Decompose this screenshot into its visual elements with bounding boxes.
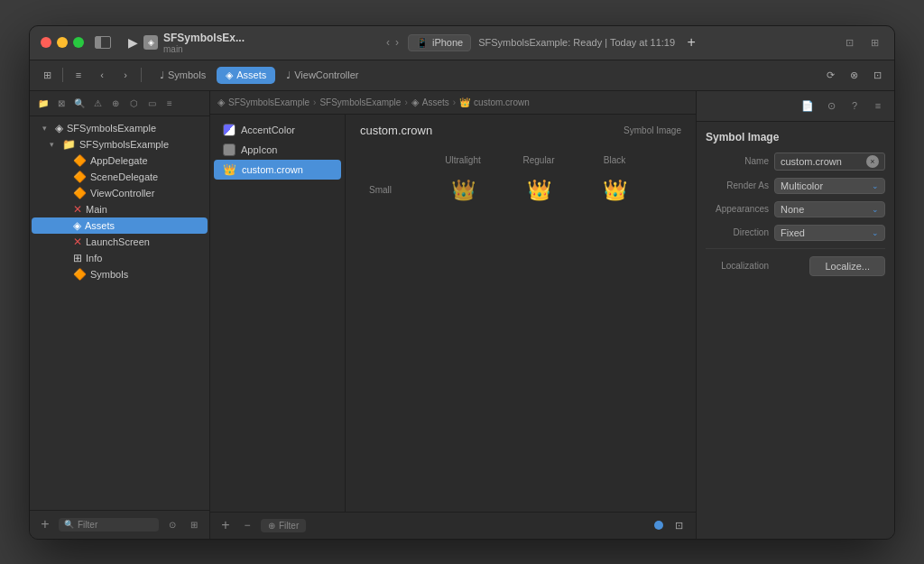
list-button[interactable]: ⊞ bbox=[186, 516, 202, 532]
symbol-cell-ultralight-small[interactable]: 👑 bbox=[427, 172, 499, 208]
tab-viewcontroller[interactable]: ♩ ViewController bbox=[277, 67, 367, 84]
inspector-appearances-row: Appearances None ⌄ bbox=[706, 201, 885, 217]
tab-assets-label: Assets bbox=[236, 69, 266, 80]
symbol-cell-regular-small[interactable]: 👑 bbox=[503, 172, 575, 208]
asset-view-title: custom.crown bbox=[360, 124, 432, 137]
sidebar-find-btn[interactable]: ⊠ bbox=[53, 95, 69, 111]
asset-area: ◈ SFSymbolsExample › SFSymbolsExample › … bbox=[210, 91, 696, 539]
breadcrumb-crown-icon: 👑 bbox=[459, 97, 470, 107]
sidebar-item-root[interactable]: ▾ ◈ SFSymbolsExample bbox=[32, 120, 208, 136]
toolbar-separator-2 bbox=[141, 68, 142, 82]
storyboard-icon-2: ✕ bbox=[73, 236, 82, 248]
asset-item-custom-crown[interactable]: 👑 custom.crown bbox=[214, 160, 341, 180]
sidebar-menu-btn[interactable]: ≡ bbox=[162, 95, 178, 111]
sidebar-item-launchscreen[interactable]: ▸ ✕ LaunchScreen bbox=[32, 234, 208, 250]
new-tab-button[interactable]: + bbox=[682, 33, 700, 51]
nav-back-button[interactable]: ‹ bbox=[384, 36, 392, 49]
inspector-file-btn[interactable]: 📄 bbox=[799, 97, 817, 115]
stop-button[interactable]: ⊗ bbox=[844, 65, 864, 85]
grid-view-button[interactable]: ⊞ bbox=[37, 65, 57, 85]
forward-button[interactable]: › bbox=[116, 65, 135, 85]
sidebar-merge-btn[interactable]: ⊕ bbox=[107, 95, 124, 111]
hierarchy-button[interactable]: ≡ bbox=[69, 65, 88, 85]
renderas-select[interactable]: Multicolor ⌄ bbox=[774, 178, 885, 194]
sidebar-root-label: SFSymbolsExample bbox=[67, 123, 156, 134]
sidebar-item-main[interactable]: ▸ ✕ Main bbox=[32, 201, 208, 217]
name-label: Name bbox=[706, 156, 769, 166]
asset-filter[interactable]: ⊕ Filter bbox=[261, 519, 306, 532]
asset-view-subtitle: Symbol Image bbox=[624, 125, 681, 135]
asset-item-accentcolor[interactable]: AccentColor bbox=[214, 120, 341, 140]
asset-remove-button[interactable]: − bbox=[239, 517, 255, 533]
localize-button[interactable]: Localize... bbox=[809, 256, 885, 276]
close-button[interactable] bbox=[41, 37, 51, 48]
sidebar-item-info[interactable]: ▸ ⊞ Info bbox=[32, 250, 208, 266]
breadcrumb-sfse: SFSymbolsExample bbox=[228, 97, 310, 107]
refresh-button[interactable]: ⟳ bbox=[820, 65, 840, 85]
inspector-help-btn[interactable]: ? bbox=[845, 97, 864, 115]
sidebar-item-symbols[interactable]: ▸ 🔶 Symbols bbox=[32, 266, 208, 282]
sidebar-item-scenedelegate[interactable]: ▸ 🔶 SceneDelegate bbox=[32, 169, 208, 185]
sidebar-item-assets[interactable]: ▸ ◈ Assets bbox=[32, 217, 208, 234]
sidebar-folder-btn[interactable]: 📁 bbox=[35, 95, 51, 111]
inspector-title: Symbol Image bbox=[706, 131, 885, 143]
sidebar-tree: ▾ ◈ SFSymbolsExample ▾ 📁 SFSymbolsExampl… bbox=[30, 116, 209, 510]
nav-forward-button[interactable]: › bbox=[393, 36, 401, 49]
sidebar-main-label: Main bbox=[86, 204, 107, 215]
breadcrumb-sfse-icon: ◈ bbox=[217, 97, 225, 108]
expand-button[interactable]: ⊡ bbox=[669, 515, 688, 535]
project-branch: main bbox=[163, 44, 245, 54]
appearances-select[interactable]: None ⌄ bbox=[774, 201, 885, 217]
inspector-lines-btn[interactable]: ≡ bbox=[869, 97, 887, 115]
tab-symbols[interactable]: ♩ Symbols bbox=[151, 67, 215, 84]
sidebar-filter[interactable]: 🔍 Filter bbox=[59, 518, 159, 532]
layout-toggle[interactable]: ⊞ bbox=[865, 33, 883, 51]
asset-add-button[interactable]: + bbox=[217, 517, 234, 533]
clear-name-button[interactable]: × bbox=[866, 155, 879, 168]
sidebar-scenedelegate-label: SceneDelegate bbox=[90, 171, 158, 182]
filter-icon: 🔍 bbox=[64, 520, 74, 529]
symbol-cell-black-small[interactable]: 👑 bbox=[578, 172, 651, 208]
run-button[interactable]: ▶ bbox=[122, 32, 143, 53]
sidebar-add-button[interactable]: + bbox=[37, 516, 53, 532]
asset-header: custom.crown Symbol Image bbox=[360, 124, 681, 137]
toolbar-right: ⟳ ⊗ ⊡ bbox=[820, 65, 887, 85]
bottom-indicator bbox=[654, 521, 663, 530]
minimize-button[interactable] bbox=[57, 37, 68, 48]
main-window: ▶ ◈ SFSymbolsEx... main ‹ › 📱 iPhone SFS… bbox=[29, 25, 895, 540]
history-button[interactable]: ⊙ bbox=[164, 516, 180, 532]
col-black: Black bbox=[578, 152, 651, 169]
sidebar-hexagon-btn[interactable]: ⬡ bbox=[125, 95, 142, 111]
sidebar-item-group[interactable]: ▾ 📁 SFSymbolsExample bbox=[32, 136, 208, 153]
device-selector[interactable]: 📱 iPhone bbox=[408, 34, 471, 51]
sidebar-rect-btn[interactable]: ▭ bbox=[143, 95, 160, 111]
appearances-value: None bbox=[781, 204, 804, 215]
sidebar-warning-btn[interactable]: ⚠ bbox=[89, 95, 106, 111]
sidebar-item-appdelegate[interactable]: ▸ 🔶 AppDelegate bbox=[32, 153, 208, 169]
name-value: custom.crown bbox=[781, 156, 842, 167]
sidebar-appdelegate-label: AppDelegate bbox=[90, 155, 148, 166]
fullscreen-button[interactable] bbox=[73, 37, 84, 48]
sidebar-item-viewcontroller[interactable]: ▸ 🔶 ViewController bbox=[32, 185, 208, 201]
crown-ultralight: 👑 bbox=[451, 179, 476, 202]
inspector-divider bbox=[706, 248, 885, 249]
inspector-content: Symbol Image Name custom.crown × Render … bbox=[697, 122, 894, 539]
swift-icon-3: 🔶 bbox=[73, 187, 87, 199]
nav-arrows: ‹ › bbox=[384, 36, 401, 49]
sidebar-assets-label: Assets bbox=[85, 220, 115, 231]
accentcolor-swatch bbox=[223, 124, 236, 136]
name-input[interactable]: custom.crown × bbox=[774, 153, 885, 171]
back-button[interactable]: ‹ bbox=[92, 65, 112, 85]
col-ultralight: Ultralight bbox=[427, 152, 499, 169]
asset-bottom-bar: + − ⊕ Filter ⊡ bbox=[210, 512, 696, 539]
asset-item-appicon[interactable]: AppIcon bbox=[214, 140, 341, 160]
tab-assets[interactable]: ◈ Assets bbox=[217, 67, 275, 84]
sidebar-toggle[interactable] bbox=[95, 36, 111, 49]
inspector-clock-btn[interactable]: ⊙ bbox=[822, 97, 840, 115]
sidebar-search-btn[interactable]: 🔍 bbox=[71, 95, 88, 111]
sidebar-group-label: SFSymbolsExample bbox=[79, 139, 169, 150]
share-button[interactable]: ⊡ bbox=[867, 65, 887, 85]
project-name: SFSymbolsEx... bbox=[163, 32, 245, 44]
inspector-toggle[interactable]: ⊡ bbox=[840, 33, 858, 51]
direction-select[interactable]: Fixed ⌄ bbox=[774, 225, 885, 241]
